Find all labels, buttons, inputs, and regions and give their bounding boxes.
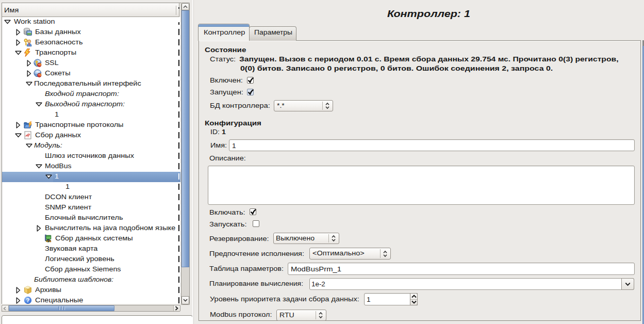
svg-text:?: ? bbox=[26, 297, 29, 303]
